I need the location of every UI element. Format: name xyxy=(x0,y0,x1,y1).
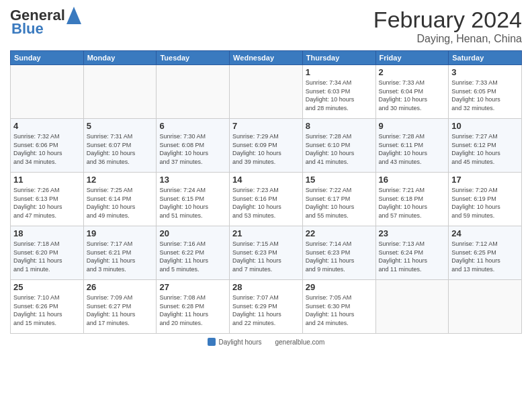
header-cell-wednesday: Wednesday xyxy=(230,51,303,65)
day-info: Sunrise: 7:23 AM Sunset: 6:16 PM Dayligh… xyxy=(232,186,300,220)
day-cell xyxy=(11,65,84,119)
day-cell: 6Sunrise: 7:30 AM Sunset: 6:08 PM Daylig… xyxy=(157,119,230,173)
day-cell: 22Sunrise: 7:14 AM Sunset: 6:23 PM Dayli… xyxy=(302,226,375,280)
day-number: 28 xyxy=(232,282,300,292)
header-cell-sunday: Sunday xyxy=(11,51,84,65)
day-cell: 4Sunrise: 7:32 AM Sunset: 6:06 PM Daylig… xyxy=(11,119,84,173)
day-cell: 21Sunrise: 7:15 AM Sunset: 6:23 PM Dayli… xyxy=(230,226,303,280)
day-cell: 25Sunrise: 7:10 AM Sunset: 6:26 PM Dayli… xyxy=(11,280,84,334)
day-cell: 1Sunrise: 7:34 AM Sunset: 6:03 PM Daylig… xyxy=(302,65,375,119)
page: General Blue February 2024 Daying, Henan… xyxy=(0,0,532,411)
footer-daylight: Daylight hours xyxy=(208,338,262,346)
day-cell: 28Sunrise: 7:07 AM Sunset: 6:29 PM Dayli… xyxy=(230,280,303,334)
calendar-title: February 2024 xyxy=(373,7,522,33)
daylight-label: Daylight hours xyxy=(219,338,262,346)
day-number: 20 xyxy=(159,228,226,238)
day-cell: 15Sunrise: 7:22 AM Sunset: 6:17 PM Dayli… xyxy=(302,173,375,226)
day-cell: 11Sunrise: 7:26 AM Sunset: 6:13 PM Dayli… xyxy=(11,173,84,226)
day-number: 2 xyxy=(379,67,446,77)
day-info: Sunrise: 7:16 AM Sunset: 6:22 PM Dayligh… xyxy=(159,240,226,273)
day-info: Sunrise: 7:32 AM Sunset: 6:06 PM Dayligh… xyxy=(13,132,81,166)
source-label: generalblue.com xyxy=(275,338,324,346)
day-number: 15 xyxy=(306,175,373,185)
day-cell: 13Sunrise: 7:24 AM Sunset: 6:15 PM Dayli… xyxy=(157,173,230,226)
day-cell xyxy=(157,65,230,119)
day-number: 14 xyxy=(232,175,300,185)
week-row-2: 11Sunrise: 7:26 AM Sunset: 6:13 PM Dayli… xyxy=(11,173,522,226)
day-info: Sunrise: 7:20 AM Sunset: 6:19 PM Dayligh… xyxy=(451,186,519,220)
day-info: Sunrise: 7:08 AM Sunset: 6:28 PM Dayligh… xyxy=(159,293,226,327)
day-cell: 9Sunrise: 7:28 AM Sunset: 6:11 PM Daylig… xyxy=(375,119,449,173)
week-row-3: 18Sunrise: 7:18 AM Sunset: 6:20 PM Dayli… xyxy=(11,226,522,280)
day-number: 10 xyxy=(451,121,519,131)
logo: General Blue xyxy=(10,7,81,38)
header-cell-tuesday: Tuesday xyxy=(157,51,230,65)
day-info: Sunrise: 7:33 AM Sunset: 6:05 PM Dayligh… xyxy=(451,79,519,112)
day-number: 7 xyxy=(232,121,300,131)
day-number: 16 xyxy=(379,175,446,185)
header-cell-saturday: Saturday xyxy=(449,51,522,65)
day-number: 5 xyxy=(87,121,154,131)
day-cell: 27Sunrise: 7:08 AM Sunset: 6:28 PM Dayli… xyxy=(157,280,230,334)
day-info: Sunrise: 7:05 AM Sunset: 6:30 PM Dayligh… xyxy=(306,293,373,327)
day-cell xyxy=(375,280,449,334)
day-cell: 23Sunrise: 7:13 AM Sunset: 6:24 PM Dayli… xyxy=(375,226,449,280)
day-cell: 20Sunrise: 7:16 AM Sunset: 6:22 PM Dayli… xyxy=(157,226,230,280)
day-cell: 26Sunrise: 7:09 AM Sunset: 6:27 PM Dayli… xyxy=(83,280,157,334)
day-number: 29 xyxy=(306,282,373,292)
day-cell: 17Sunrise: 7:20 AM Sunset: 6:19 PM Dayli… xyxy=(449,173,522,226)
day-number: 11 xyxy=(13,175,81,185)
day-number: 23 xyxy=(379,228,446,238)
day-number: 21 xyxy=(232,228,300,238)
day-number: 9 xyxy=(379,121,446,131)
day-number: 6 xyxy=(159,121,226,131)
header: General Blue February 2024 Daying, Henan… xyxy=(10,7,522,45)
day-info: Sunrise: 7:27 AM Sunset: 6:12 PM Dayligh… xyxy=(451,132,519,166)
day-cell: 5Sunrise: 7:31 AM Sunset: 6:07 PM Daylig… xyxy=(83,119,157,173)
day-number: 13 xyxy=(159,175,226,185)
day-cell: 24Sunrise: 7:12 AM Sunset: 6:25 PM Dayli… xyxy=(449,226,522,280)
day-cell: 18Sunrise: 7:18 AM Sunset: 6:20 PM Dayli… xyxy=(11,226,84,280)
week-row-1: 4Sunrise: 7:32 AM Sunset: 6:06 PM Daylig… xyxy=(11,119,522,173)
day-info: Sunrise: 7:22 AM Sunset: 6:17 PM Dayligh… xyxy=(306,186,373,220)
week-row-0: 1Sunrise: 7:34 AM Sunset: 6:03 PM Daylig… xyxy=(11,65,522,119)
day-cell xyxy=(83,65,157,119)
calendar-body: 1Sunrise: 7:34 AM Sunset: 6:03 PM Daylig… xyxy=(11,65,522,334)
header-cell-thursday: Thursday xyxy=(302,51,375,65)
svg-marker-0 xyxy=(66,7,81,24)
day-number: 1 xyxy=(306,67,373,77)
day-number: 25 xyxy=(13,282,81,292)
header-row: SundayMondayTuesdayWednesdayThursdayFrid… xyxy=(11,51,522,65)
day-number: 18 xyxy=(13,228,81,238)
footer-source: generalblue.com xyxy=(275,338,324,346)
day-info: Sunrise: 7:29 AM Sunset: 6:09 PM Dayligh… xyxy=(232,132,300,166)
week-row-4: 25Sunrise: 7:10 AM Sunset: 6:26 PM Dayli… xyxy=(11,280,522,334)
calendar-location: Daying, Henan, China xyxy=(373,33,522,45)
day-cell: 2Sunrise: 7:33 AM Sunset: 6:04 PM Daylig… xyxy=(375,65,449,119)
day-number: 24 xyxy=(451,228,519,238)
day-info: Sunrise: 7:15 AM Sunset: 6:23 PM Dayligh… xyxy=(232,240,300,273)
day-number: 26 xyxy=(87,282,154,292)
day-info: Sunrise: 7:17 AM Sunset: 6:21 PM Dayligh… xyxy=(87,240,154,273)
day-cell: 8Sunrise: 7:28 AM Sunset: 6:10 PM Daylig… xyxy=(302,119,375,173)
day-number: 17 xyxy=(451,175,519,185)
footer: Daylight hours generalblue.com xyxy=(10,338,522,346)
daylight-legend-box xyxy=(208,338,216,346)
day-cell: 16Sunrise: 7:21 AM Sunset: 6:18 PM Dayli… xyxy=(375,173,449,226)
day-info: Sunrise: 7:09 AM Sunset: 6:27 PM Dayligh… xyxy=(87,293,154,327)
day-info: Sunrise: 7:31 AM Sunset: 6:07 PM Dayligh… xyxy=(87,132,154,166)
day-number: 19 xyxy=(87,228,154,238)
day-info: Sunrise: 7:34 AM Sunset: 6:03 PM Dayligh… xyxy=(306,79,373,112)
header-cell-monday: Monday xyxy=(83,51,157,65)
day-info: Sunrise: 7:21 AM Sunset: 6:18 PM Dayligh… xyxy=(379,186,446,220)
day-cell: 10Sunrise: 7:27 AM Sunset: 6:12 PM Dayli… xyxy=(449,119,522,173)
day-info: Sunrise: 7:30 AM Sunset: 6:08 PM Dayligh… xyxy=(159,132,226,166)
header-cell-friday: Friday xyxy=(375,51,449,65)
day-info: Sunrise: 7:25 AM Sunset: 6:14 PM Dayligh… xyxy=(87,186,154,220)
day-info: Sunrise: 7:28 AM Sunset: 6:10 PM Dayligh… xyxy=(306,132,373,166)
logo-triangle-icon xyxy=(66,7,81,24)
title-block: February 2024 Daying, Henan, China xyxy=(373,7,522,45)
day-info: Sunrise: 7:33 AM Sunset: 6:04 PM Dayligh… xyxy=(379,79,446,112)
day-number: 22 xyxy=(306,228,373,238)
day-info: Sunrise: 7:10 AM Sunset: 6:26 PM Dayligh… xyxy=(13,293,81,327)
